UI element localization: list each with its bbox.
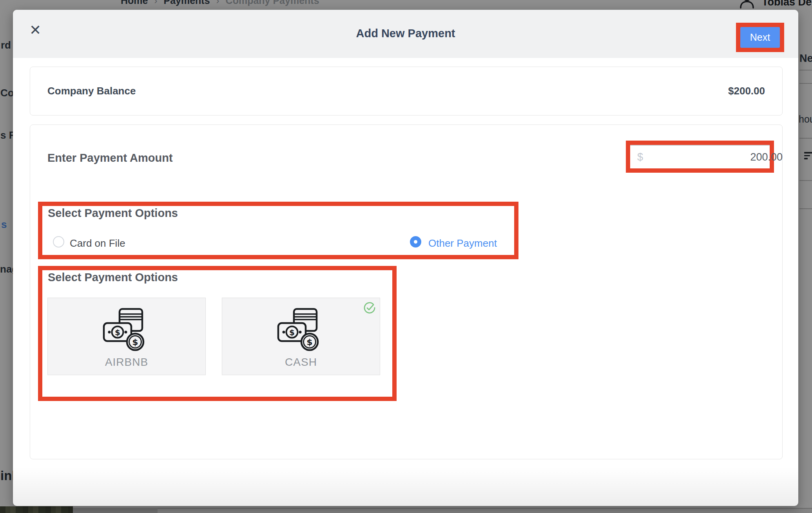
payment-amount-input[interactable] xyxy=(643,151,790,164)
payment-tile-cash[interactable]: $ $ CASH xyxy=(222,298,380,375)
select-payment-options-heading: Select Payment Options xyxy=(48,271,178,284)
other-payment-label[interactable]: Other Payment xyxy=(428,237,497,249)
add-new-payment-modal: ✕ Add New Payment Next Company Balance $… xyxy=(13,10,798,506)
enter-payment-amount-label: Enter Payment Amount xyxy=(47,152,173,164)
payment-card: Enter Payment Amount $ Select Payment Op… xyxy=(30,125,783,459)
next-button[interactable]: Next xyxy=(740,27,780,48)
modal-title: Add New Payment xyxy=(13,27,798,40)
payment-tile-label: AIRBNB xyxy=(48,356,205,368)
svg-text:$: $ xyxy=(115,328,120,337)
amount-input-wrap: $ xyxy=(630,145,770,168)
other-payment-radio[interactable] xyxy=(410,236,421,247)
currency-symbol: $ xyxy=(637,151,643,163)
svg-text:$: $ xyxy=(306,337,312,347)
card-on-file-radio[interactable] xyxy=(53,236,64,247)
check-circle-icon xyxy=(363,302,376,314)
modal-bottom-shadow xyxy=(13,467,798,506)
svg-text:$: $ xyxy=(289,328,295,337)
money-icon: $ $ xyxy=(275,306,327,353)
card-on-file-label[interactable]: Card on File xyxy=(70,237,125,249)
select-payment-options-heading: Select Payment Options xyxy=(48,207,178,220)
company-balance-value: $200.00 xyxy=(728,85,765,97)
amount-input-annotation: $ xyxy=(626,141,774,173)
modal-header: ✕ Add New Payment Next xyxy=(13,10,798,58)
company-balance-card: Company Balance $200.00 xyxy=(30,67,783,116)
company-balance-label: Company Balance xyxy=(47,85,136,97)
money-icon: $ $ xyxy=(101,306,152,353)
payment-tile-label: CASH xyxy=(222,356,380,368)
payment-options-tiles-annotation: Select Payment Options xyxy=(38,266,397,401)
payment-tile-airbnb[interactable]: $ $ AIRBNB xyxy=(47,298,206,375)
payment-options-radio-annotation: Select Payment Options Card on File Othe… xyxy=(38,202,518,259)
svg-text:$: $ xyxy=(132,337,138,347)
screen: Home › Payments › Company Payments Tobia… xyxy=(0,0,812,513)
next-button-annotation: Next xyxy=(736,23,784,52)
